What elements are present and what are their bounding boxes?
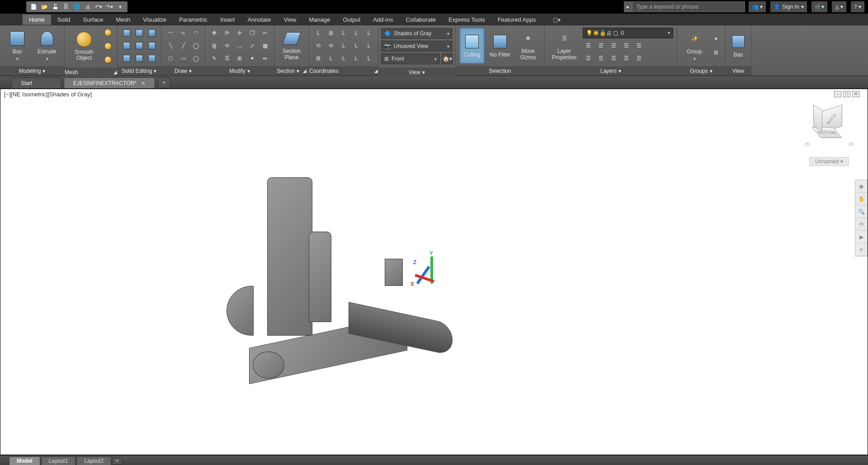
ucs-tool-12[interactable]: L [326, 53, 336, 64]
layer-tool-3[interactable]: ☰ [608, 40, 619, 51]
se-intersect-icon[interactable] [146, 28, 157, 38]
panel-section-title[interactable]: Section ▾ ◢ [274, 66, 309, 76]
ribbon-tab-home[interactable]: Home [23, 14, 51, 25]
open-icon[interactable]: 📂 [40, 2, 49, 11]
extrude-button[interactable]: Extrude▾ [33, 28, 61, 64]
section-plane-button[interactable]: Section Plane [278, 28, 305, 64]
saved-view-dropdown[interactable]: 📷 Unsaved View [381, 41, 453, 52]
viewcube-ccw-icon[interactable]: ⟲ [804, 141, 810, 148]
draw-polygon-icon[interactable]: ⬠ [165, 53, 176, 64]
draw-spline-icon[interactable]: ∿ [178, 28, 189, 38]
sign-in-button[interactable]: 👤 Sign In ▾ [770, 1, 807, 12]
viewport-close-icon[interactable]: ✕ [852, 91, 859, 97]
panel-layers-title[interactable]: Layers ▾ [545, 66, 677, 76]
mesh-tool-3[interactable] [103, 54, 113, 65]
ungroup-icon[interactable]: ✦ [711, 33, 722, 44]
draw-arc-icon[interactable]: ◠ [190, 28, 201, 38]
nav-showmotion-icon[interactable]: ▶ [855, 231, 867, 243]
mesh-tool-1[interactable] [103, 27, 113, 38]
ucs-tool-2[interactable]: ⊞ [326, 28, 336, 38]
layer-properties-button[interactable]: ☰ Layer Properties [548, 28, 580, 64]
se-tool-6[interactable] [146, 40, 157, 51]
ucs-tool-13[interactable]: L [338, 53, 349, 64]
draw-circle-icon[interactable]: ◯ [190, 40, 201, 51]
ribbon-tab-output[interactable]: Output [336, 14, 367, 25]
ribbon-tab-solid[interactable]: Solid [51, 14, 77, 25]
smooth-object-button[interactable]: Smooth Object [68, 28, 100, 64]
visual-style-dropdown[interactable]: 🔷 Shades of Gray [381, 28, 453, 39]
nav-zoom-icon[interactable]: 🔍 [855, 205, 867, 218]
ucs-tool-4[interactable]: L [351, 28, 362, 38]
mod-3dmove-icon[interactable]: ✢ [234, 28, 245, 38]
mod-mirror-icon[interactable]: ⧎ [209, 40, 220, 51]
ribbon-tab-addins[interactable]: Add-ins [367, 14, 399, 25]
panel-draw-title[interactable]: Draw ▾ [161, 66, 205, 76]
draw-xline-icon[interactable]: ╱ [178, 40, 189, 51]
ribbon-tab-view[interactable]: View [277, 14, 302, 25]
ucs-tool-9[interactable]: L [351, 40, 362, 51]
ucs-tool-6[interactable]: ⟲ [313, 40, 324, 51]
panel-coordinates-title[interactable]: Coordinates ◢ [309, 66, 378, 76]
panel-view-title[interactable]: View ▾ [378, 67, 455, 77]
se-tool-9[interactable] [146, 53, 157, 64]
viewport-max-icon[interactable]: □ [843, 91, 850, 97]
se-union-icon[interactable] [121, 28, 132, 38]
close-tab-icon[interactable]: ✕ [141, 80, 146, 86]
cart-icon[interactable]: 🛒▾ [811, 1, 827, 12]
ucs-tool-3[interactable]: L [338, 28, 349, 38]
ucs-tool-15[interactable]: L [363, 53, 374, 64]
draw-rect-icon[interactable]: ▭ [178, 53, 189, 64]
ucs-tool-10[interactable]: L [363, 40, 374, 51]
se-subtract-icon[interactable] [134, 28, 145, 38]
layer-tool-9[interactable]: ☰ [621, 53, 632, 64]
ribbon-tab-mesh[interactable]: Mesh [109, 14, 137, 25]
layer-tool-4[interactable]: ☰ [621, 40, 632, 51]
ucs-tool-14[interactable]: L [351, 53, 362, 64]
ucs-tool-8[interactable]: L [338, 40, 349, 51]
layer-tool-6[interactable]: ☰ [583, 53, 594, 64]
nav-pan-icon[interactable]: ✋ [855, 193, 867, 205]
mod-rotate-icon[interactable]: ⟳ [222, 28, 232, 38]
layer-tool-2[interactable]: ☰ [595, 40, 606, 51]
autodesk-account-icon[interactable]: 👥 ▾ [749, 1, 766, 12]
search-expand-icon[interactable]: ▸ [624, 1, 632, 12]
ribbon-minimize-icon[interactable]: ▢▾ [551, 15, 562, 25]
mesh-tool-2[interactable] [103, 41, 113, 52]
ribbon-tab-annotate[interactable]: Annotate [241, 14, 277, 25]
mod-trim-icon[interactable]: ✂ [259, 28, 270, 38]
redo-icon[interactable]: ↷▾ [105, 2, 114, 11]
viewcube-cw-icon[interactable]: ⟳ [849, 141, 854, 148]
save-icon[interactable]: 💾 [51, 2, 60, 11]
mod-offset-icon[interactable]: ⊞ [234, 53, 245, 64]
view-home-icon[interactable]: 🏠▾ [442, 53, 453, 64]
nofilter-button[interactable]: No Filter [487, 28, 513, 64]
culling-button[interactable]: Culling [459, 28, 485, 64]
group-button[interactable]: ✨ Group▾ [681, 28, 708, 64]
ribbon-tab-collaborate[interactable]: Collaborate [399, 14, 442, 25]
panel-modeling-title[interactable]: Modeling ▾ [0, 66, 64, 76]
ribbon-tab-insert[interactable]: Insert [214, 14, 241, 25]
se-tool-5[interactable] [134, 40, 145, 51]
panel-modify-title[interactable]: Modify ▾ [205, 66, 274, 76]
viewport[interactable]: [−][NE Isometric][Shades of Gray] – □ ✕ … [0, 89, 868, 455]
mod-align-icon[interactable]: ☰ [222, 53, 232, 64]
panel-groups-title[interactable]: Groups ▾ [677, 66, 725, 76]
ucs-name-dropdown[interactable]: Unnamed ▾ [809, 157, 849, 166]
viewcube-bottom-face[interactable]: BOTTOM [811, 127, 842, 138]
viewport-label[interactable]: [−][NE Isometric][Shades of Gray] [4, 91, 92, 98]
new-icon[interactable]: 📄 [29, 2, 38, 11]
panel-solid-editing-title[interactable]: Solid Editing ▾ [118, 66, 161, 76]
ucs-tool-7[interactable]: ⟲ [326, 40, 336, 51]
base-view-button[interactable]: Bas [729, 28, 747, 64]
ucs-tool-11[interactable]: ⊞ [313, 53, 324, 64]
ribbon-tab-surface[interactable]: Surface [77, 14, 110, 25]
se-tool-7[interactable] [121, 53, 132, 64]
search-input[interactable]: Type a keyword or phrase [632, 1, 745, 12]
layer-tool-1[interactable]: ☰ [583, 40, 594, 51]
viewcube[interactable]: BACK BOTTOM [813, 105, 845, 137]
viewport-min-icon[interactable]: – [834, 91, 841, 97]
app-store-icon[interactable]: ◬ ▾ [832, 1, 846, 12]
layer-tool-5[interactable]: ☰ [633, 40, 644, 51]
mod-stretch-icon[interactable]: ⇔ [259, 53, 270, 64]
mod-fillet-icon[interactable]: ◡ [234, 40, 245, 51]
